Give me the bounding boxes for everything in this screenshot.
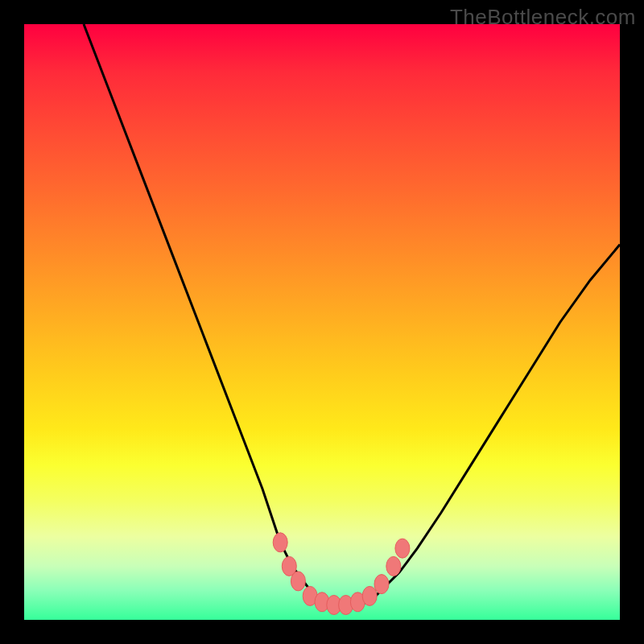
curve-marker (374, 575, 389, 594)
curve-marker (273, 533, 287, 552)
curve-marker (395, 539, 410, 558)
chart-frame: TheBottleneck.com (0, 0, 644, 644)
curve-markers (273, 533, 410, 615)
curve-marker (386, 556, 401, 576)
chart-overlay (24, 24, 620, 620)
curve-marker (291, 572, 305, 591)
bottleneck-curve (84, 24, 620, 605)
curve-marker (362, 586, 377, 605)
